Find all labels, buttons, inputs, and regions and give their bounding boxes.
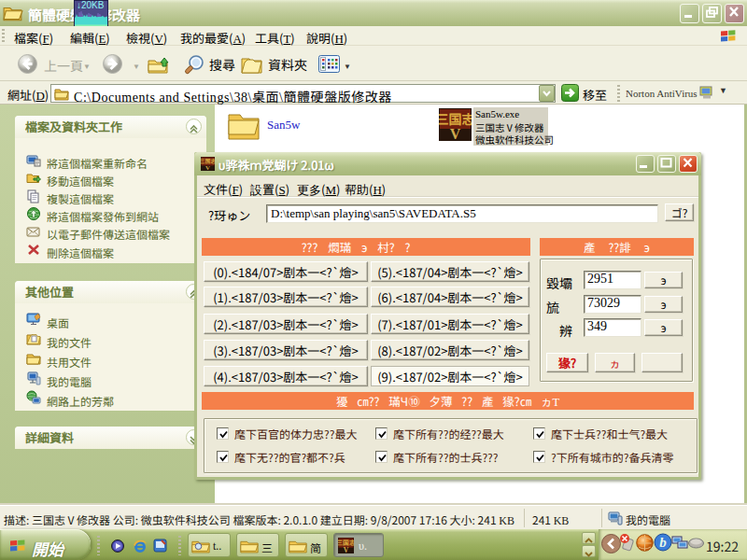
- svg-text:三国志: 三国志: [439, 109, 472, 128]
- svg-text:V: V: [344, 546, 349, 553]
- svg-text:b: b: [659, 535, 667, 550]
- svg-text:V: V: [205, 164, 210, 171]
- svg-text:V: V: [450, 126, 461, 141]
